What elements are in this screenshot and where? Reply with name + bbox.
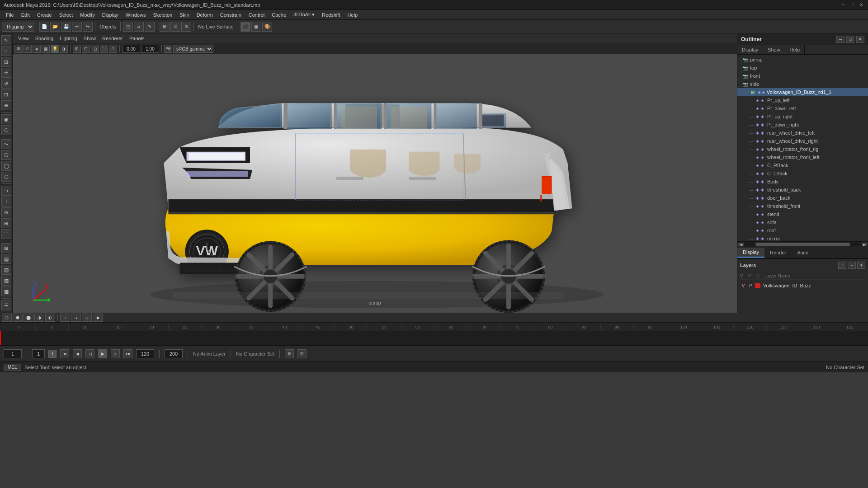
menu-edit[interactable]: Edit (18, 11, 33, 19)
vp-menu-shading[interactable]: Shading (33, 35, 56, 42)
outliner-restore-btn[interactable]: □ (846, 36, 854, 43)
render-settings[interactable]: ▧ (1, 265, 11, 275)
vp-menu-renderer[interactable]: Renderer (99, 35, 126, 42)
lasso-select[interactable]: ⌔ (1, 46, 11, 56)
vp-gamma-select[interactable]: sRGB gamma (173, 45, 213, 53)
sculpt-tool[interactable]: ⬡ (1, 125, 11, 135)
menu-skeleton[interactable]: Skeleton (150, 11, 175, 19)
snap-grid-button[interactable]: ⊞ (160, 22, 170, 32)
curve-tool[interactable]: 〜 (1, 139, 11, 149)
menu-skin[interactable]: Skin (176, 11, 192, 19)
vp-home-btn[interactable]: ⊞ (14, 45, 23, 53)
tb2-3[interactable]: ⬤ (24, 314, 33, 322)
anim-opt-btn[interactable]: ⊞ (297, 349, 307, 358)
tree-item-rwdr[interactable]: — ◈◈ rear_wheel_drive_right (737, 137, 868, 145)
vp-grid-btn[interactable]: ⊞ (73, 45, 81, 53)
tb2-1[interactable]: ⬡ (2, 314, 12, 322)
current-frame-input[interactable] (4, 349, 22, 358)
vp-menu-view[interactable]: View (15, 35, 32, 42)
play-back-btn[interactable]: ◁ (85, 349, 94, 358)
outliner-tab-show[interactable]: Show (763, 45, 785, 54)
step-fwd-btn[interactable]: ▷ (111, 349, 120, 358)
snap-curve-button[interactable]: ⊂ (170, 22, 180, 32)
scale-tool[interactable]: ⊡ (1, 89, 11, 99)
vp-light-btn[interactable]: 💡 (51, 45, 59, 53)
vp-cam-btn[interactable]: 📷 (164, 45, 172, 53)
ipr-button[interactable]: ▦ (251, 22, 261, 32)
vp-snap-btn[interactable]: ⊙ (109, 45, 117, 53)
tb2-9[interactable]: ◆ (93, 314, 103, 322)
vp-shadow-btn[interactable]: ◑ (60, 45, 68, 53)
paint-button[interactable]: ✎ (145, 22, 155, 32)
undo-button[interactable]: ↩ (72, 22, 82, 32)
tree-item-sofa[interactable]: — ◈◈ sofa (737, 218, 868, 226)
start-frame-input[interactable] (32, 349, 45, 358)
vp-aa-btn[interactable]: ◻ (91, 45, 99, 53)
scroll-right-btn[interactable]: ▶ (862, 243, 867, 246)
universal-manipulator[interactable]: ⊕ (1, 100, 11, 110)
minimize-button[interactable]: ─ (840, 2, 846, 8)
tree-item-roof[interactable]: — ◈◈ roof (737, 226, 868, 235)
outliner-scrollbar[interactable]: ◀ ▶ (737, 241, 868, 247)
scroll-left-btn[interactable]: ◀ (738, 243, 744, 246)
layer-p-btn[interactable]: P (749, 283, 752, 288)
vp-menu-lighting[interactable]: Lighting (57, 35, 80, 42)
tree-item-body[interactable]: — ◈◈ Body (737, 178, 868, 186)
tree-item-crback[interactable]: — ◈◈ C_RBack (737, 161, 868, 169)
render-button[interactable]: ⬛ (241, 22, 250, 32)
outliner-display-tab[interactable]: Display (737, 248, 764, 258)
scrollbar-thumb[interactable] (755, 243, 850, 246)
menu-windows[interactable]: Windows (123, 11, 149, 19)
menu-3dtoall[interactable]: 3DToAll ▾ (290, 11, 318, 19)
ik-tool[interactable]: ⊺ (1, 197, 11, 206)
outliner-tab-help[interactable]: Help (785, 45, 805, 54)
tree-item-top[interactable]: 📷 top (737, 64, 868, 72)
redo-button[interactable]: ↪ (83, 22, 93, 32)
vp-hud-btn[interactable]: ⊡ (82, 45, 90, 53)
tb2-8[interactable]: ◇ (82, 314, 92, 322)
hypershade-button[interactable]: 🎨 (262, 22, 272, 32)
bend-tool[interactable]: ⌒ (1, 229, 11, 239)
tb2-6[interactable]: ⬦ (60, 314, 70, 322)
vp-menu-panels[interactable]: Panels (127, 35, 147, 42)
outliner-minimize-btn[interactable]: ─ (836, 36, 844, 43)
step-back-btn[interactable]: ◀ (73, 349, 82, 358)
move-tool[interactable]: ✛ (1, 68, 11, 78)
snap-point-button[interactable]: ⊙ (181, 22, 191, 32)
paint-select[interactable]: ⊞ (1, 57, 11, 67)
tree-item-mirror[interactable]: — ◈◈ mirror (737, 235, 868, 241)
tree-item-stend[interactable]: — ◈◈ stend (737, 210, 868, 218)
tree-item-wrf[interactable]: — ◈◈ wheel_rotator_front_rig (737, 145, 868, 153)
outliner-tab-display[interactable]: Display (737, 45, 763, 54)
close-button[interactable]: ✕ (858, 2, 864, 8)
mode-dropdown[interactable]: Rigging (2, 22, 34, 32)
vp-wireframe-btn[interactable]: □ (24, 45, 32, 53)
tree-item-rwdl[interactable]: — ◈◈ rear_wheel_drive_left (737, 129, 868, 137)
tb2-2[interactable]: ⬣ (13, 314, 23, 322)
viewport[interactable]: View Shading Lighting Show Renderer Pane… (13, 33, 737, 313)
new-scene-button[interactable]: 📄 (39, 22, 49, 32)
tree-item-clback[interactable]: — ◈◈ C_LBack (737, 169, 868, 178)
anim-layer[interactable]: ▨ (1, 276, 11, 286)
lattice-tool[interactable]: ⊞ (1, 218, 11, 228)
joint-tool[interactable]: ⊸ (1, 186, 11, 196)
tree-item-pt-up-left[interactable]: — ◈◈ Pt_up_left (737, 96, 868, 104)
display-settings[interactable]: ⊠ (1, 243, 11, 253)
mel-tab[interactable]: MEL (4, 364, 21, 371)
end-frame-input[interactable] (136, 349, 154, 358)
menu-constrain[interactable]: Constrain (217, 11, 245, 19)
vp-smooth-btn[interactable]: ◈ (33, 45, 41, 53)
select-tool-button[interactable]: ◻ (123, 22, 133, 32)
tree-item-side[interactable]: 📷 side (737, 80, 868, 88)
menu-file[interactable]: File (3, 11, 17, 19)
remove-layer-btn[interactable]: − (848, 262, 856, 269)
layer-editor[interactable]: ▤ (1, 254, 11, 264)
layer-row[interactable]: V P Volkswagen_ID_Buzz (740, 282, 865, 290)
outliner-close-btn[interactable]: ✕ (856, 36, 864, 43)
tree-item-pt-down-right[interactable]: — ◈◈ Pt_down_right (737, 121, 868, 129)
range-end-input[interactable] (165, 349, 183, 358)
more-tools[interactable]: ▩ (1, 286, 11, 296)
tree-item-thresh-front[interactable]: — ◈◈ threshold_front (737, 202, 868, 210)
tree-item-persp[interactable]: 📷 persp (737, 56, 868, 64)
create-layer-btn[interactable]: + (838, 262, 846, 269)
